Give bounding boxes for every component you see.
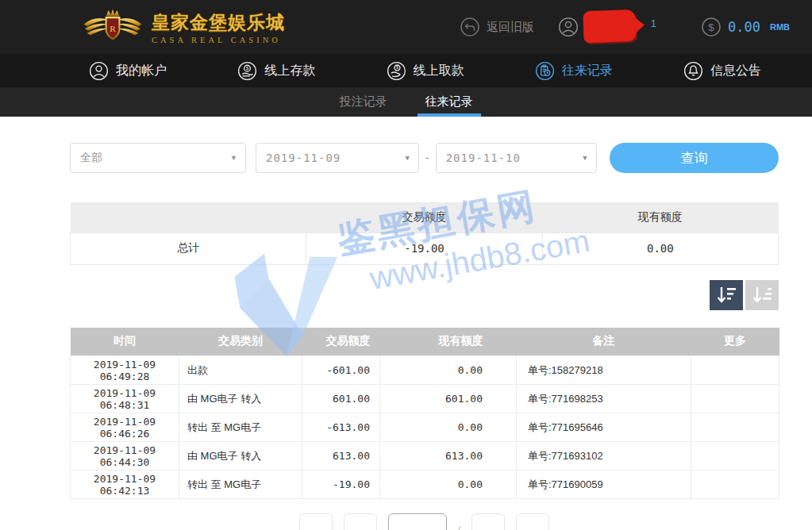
topbar-right: 返回旧版 1 $ 0.00 RMB: [460, 10, 790, 44]
account-username-area: 1: [583, 10, 653, 44]
pagination-prev-button[interactable]: [344, 513, 377, 530]
type-filter-select[interactable]: 全部 ▼: [70, 143, 246, 173]
subtab-label: 投注记录: [340, 94, 387, 108]
user-icon: [89, 61, 109, 81]
summary-current-amount: 0.00: [542, 232, 778, 264]
summary-header-empty: [71, 202, 306, 232]
col-header-amount: 交易额度: [302, 328, 380, 356]
cell-time: 2019-11-09 06:46:26: [71, 413, 179, 442]
cell-more: [691, 385, 779, 413]
sort-controls: [70, 280, 779, 310]
cell-more: [691, 413, 779, 442]
col-header-time: 时间: [71, 328, 179, 356]
nav-label: 线上取款: [414, 63, 464, 79]
summary-total-row: 总计 -19.00 0.00: [71, 232, 779, 264]
cell-type: 转出 至 MG电子: [179, 413, 302, 442]
nav-label: 线上存款: [264, 63, 315, 79]
nav-item-transaction-records[interactable]: 往来记录: [535, 61, 613, 81]
dollar-glyph: $: [708, 21, 714, 33]
nav-item-online-withdrawal[interactable]: $ 线上取款: [387, 61, 464, 81]
table-row: 2019-11-09 06:49:28 出款 -601.00 0.00 单号:1…: [71, 356, 779, 385]
records-header-row: 时间 交易类别 交易额度 现有额度 备注 更多: [71, 328, 779, 356]
cell-more: [691, 356, 779, 385]
user-icon: [558, 17, 579, 37]
date-to-select[interactable]: 2019-11-10 ▼: [436, 143, 597, 173]
col-header-type: 交易类别: [179, 328, 302, 356]
cell-remark: 单号:771693102: [517, 442, 691, 470]
back-arrow-icon: [460, 17, 480, 37]
page-root: R 皇家金堡娱乐城 CASA REAL CASINO 返回旧版: [0, 0, 812, 530]
cell-amount: -19.00: [302, 470, 380, 499]
cell-balance: 0.00: [380, 470, 517, 499]
cell-type: 由 MG电子 转入: [179, 442, 302, 470]
cell-type: 转出 至 MG电子: [179, 470, 302, 499]
site-logo[interactable]: R 皇家金堡娱乐城 CASA REAL CASINO: [79, 6, 285, 48]
nav-item-online-deposit[interactable]: $ 线上存款: [237, 61, 315, 81]
summary-header-current-amount: 现有额度: [542, 202, 778, 232]
records-clipboard-icon: [535, 61, 555, 81]
chevron-down-icon: ▼: [230, 154, 237, 162]
cell-time: 2019-11-09 06:44:30: [71, 442, 179, 470]
dollar-glyph: $: [246, 66, 249, 71]
tab-betting-records[interactable]: 投注记录: [332, 87, 395, 117]
cell-type: 由 MG电子 转入: [179, 385, 302, 413]
summary-header-row: 交易额度 现有额度: [71, 202, 779, 232]
cell-amount: -613.00: [302, 413, 380, 442]
back-to-old-version-link[interactable]: 返回旧版: [460, 17, 534, 37]
date-from-select[interactable]: 2019-11-09 ▼: [256, 143, 419, 173]
logo-title: 皇家金堡娱乐城: [152, 10, 285, 35]
table-row: 2019-11-09 06:48:31 由 MG电子 转入 601.00 601…: [71, 385, 779, 413]
cell-remark: 单号:771698253: [517, 385, 691, 413]
pagination: /: [70, 513, 779, 530]
cell-balance: 0.00: [380, 356, 517, 385]
logo-monogram: R: [110, 24, 116, 33]
nav-item-my-account[interactable]: 我的帐户: [89, 61, 167, 81]
logo-text: 皇家金堡娱乐城 CASA REAL CASINO: [152, 10, 285, 44]
account-info[interactable]: 1: [558, 10, 653, 44]
chevron-down-icon: ▼: [583, 154, 587, 162]
cell-remark: 单号:771690059: [517, 470, 691, 499]
cell-remark: 单号:771695646: [517, 413, 691, 442]
page-separator: /: [458, 524, 460, 530]
cell-balance: 601.00: [380, 385, 517, 413]
balance-currency: RMB: [770, 22, 790, 32]
tab-transaction-records[interactable]: 往来记录: [418, 87, 481, 117]
table-row: 2019-11-09 06:44:30 由 MG电子 转入 613.00 613…: [71, 442, 779, 470]
cell-time: 2019-11-09 06:48:31: [71, 385, 179, 413]
sort-ascending-button[interactable]: [745, 280, 779, 310]
table-row: 2019-11-09 06:42:13 转出 至 MG电子 -19.00 0.0…: [71, 470, 779, 499]
balance-amount: 0.00: [728, 19, 760, 35]
top-header: R 皇家金堡娱乐城 CASA REAL CASINO 返回旧版: [0, 0, 812, 54]
date-from-value: 2019-11-09: [266, 152, 341, 164]
cell-balance: 0.00: [380, 413, 517, 442]
bell-icon: [683, 61, 703, 81]
table-row: 2019-11-09 06:46:26 转出 至 MG电子 -613.00 0.…: [71, 413, 779, 442]
logo-emblem-icon: R: [79, 6, 146, 48]
summary-total-label: 总计: [71, 232, 306, 264]
nav-item-announcements[interactable]: 信息公告: [683, 61, 761, 81]
cell-time: 2019-11-09 06:49:28: [71, 356, 179, 385]
summary-table: 交易额度 现有额度 总计 -19.00 0.00: [70, 202, 779, 265]
col-header-balance: 现有额度: [380, 328, 517, 356]
cell-amount: -601.00: [302, 356, 380, 385]
redaction-overlay: [583, 10, 636, 43]
filter-row: 全部 ▼ 2019-11-09 ▼ - 2019-11-10 ▼ 查询: [70, 143, 779, 173]
page-input[interactable]: [388, 513, 447, 530]
deposit-coin-hand-icon: $: [237, 61, 257, 81]
pagination-next-button[interactable]: [471, 513, 505, 530]
cell-balance: 613.00: [380, 442, 517, 470]
cell-more: [691, 442, 779, 470]
type-filter-value: 全部: [80, 151, 102, 165]
pagination-last-button[interactable]: [516, 513, 549, 530]
query-button[interactable]: 查询: [610, 143, 779, 173]
records-table: 时间 交易类别 交易额度 现有额度 备注 更多 2019-11-09 06:49…: [70, 328, 779, 500]
balance-display[interactable]: $ 0.00 RMB: [701, 17, 790, 37]
summary-transaction-amount: -19.00: [306, 232, 542, 264]
sort-descending-button[interactable]: [710, 280, 743, 310]
dollar-circle-icon: $: [701, 17, 722, 37]
dollar-glyph: $: [395, 65, 398, 70]
date-to-value: 2019-11-10: [446, 152, 521, 164]
pagination-first-button[interactable]: [299, 513, 333, 530]
main-nav: 我的帐户 $ 线上存款 $ 线上取款: [0, 54, 812, 87]
sort-ascending-icon: [751, 285, 773, 305]
